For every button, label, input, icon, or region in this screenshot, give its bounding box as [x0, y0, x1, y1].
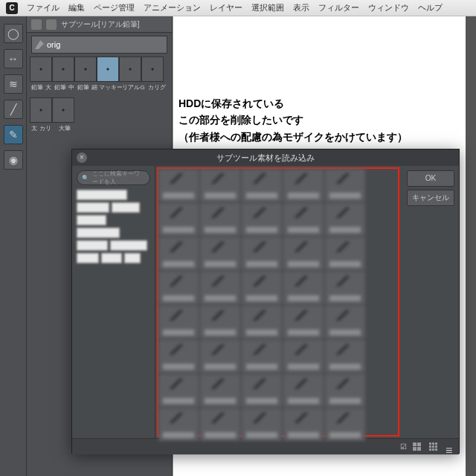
- material-thumb[interactable]: [242, 306, 282, 338]
- menubar: C ファイル 編集 ページ管理 アニメーション レイヤー 選択範囲 表示 フィル…: [0, 0, 476, 16]
- menu-layer[interactable]: レイヤー: [210, 2, 242, 13]
- subtool-labels-2: 太 カリ 大筆: [30, 124, 169, 132]
- tag-item[interactable]: [101, 253, 122, 263]
- material-thumb[interactable]: [283, 374, 324, 407]
- subtool-cell[interactable]: [74, 57, 97, 82]
- subtool-cell[interactable]: [141, 57, 164, 82]
- material-thumb[interactable]: [200, 237, 240, 270]
- subtool-cell[interactable]: [52, 97, 74, 123]
- view-large-icon[interactable]: [413, 443, 423, 451]
- material-thumb[interactable]: [200, 306, 240, 338]
- menu-help[interactable]: ヘルプ: [418, 2, 443, 13]
- tag-item[interactable]: [124, 253, 141, 263]
- search-placeholder: ここに検索キーワードを入: [92, 170, 145, 186]
- tool-brush[interactable]: ╱: [4, 100, 23, 119]
- material-thumb[interactable]: [325, 271, 365, 304]
- material-thumb[interactable]: [200, 340, 240, 373]
- material-thumb[interactable]: [200, 169, 240, 202]
- tool-drop[interactable]: ◉: [4, 150, 23, 170]
- close-icon[interactable]: ×: [77, 152, 87, 163]
- subtool-cell[interactable]: [119, 57, 141, 82]
- tag-item[interactable]: [77, 240, 108, 251]
- tool-lens[interactable]: ◯: [4, 24, 23, 43]
- material-thumb[interactable]: [283, 237, 324, 270]
- tag-item[interactable]: [112, 202, 140, 213]
- menu-window[interactable]: ウィンドウ: [368, 2, 409, 13]
- cancel-button[interactable]: キャンセル: [407, 190, 454, 206]
- material-thumb[interactable]: [283, 271, 324, 304]
- material-thumb[interactable]: [158, 408, 199, 441]
- material-thumb[interactable]: [283, 306, 324, 338]
- material-thumb[interactable]: [158, 374, 199, 407]
- material-thumb[interactable]: [158, 340, 199, 373]
- material-thumb[interactable]: [158, 306, 199, 338]
- material-thumb[interactable]: [283, 169, 324, 202]
- material-thumb[interactable]: [283, 408, 324, 441]
- material-thumb[interactable]: [325, 408, 365, 441]
- annotation-line: この部分を削除したいです: [178, 112, 408, 128]
- menu-file[interactable]: ファイル: [27, 2, 60, 13]
- menu-handle-icon[interactable]: ≡: [446, 444, 451, 450]
- tag-item[interactable]: [77, 253, 99, 263]
- dialog-titlebar[interactable]: × サブツール素材を読み込み: [72, 149, 459, 166]
- menu-edit[interactable]: 編集: [68, 2, 85, 13]
- material-thumb[interactable]: [158, 271, 199, 304]
- material-thumb[interactable]: [242, 271, 282, 304]
- subtool-label: 鉛筆 中: [53, 83, 76, 91]
- subtool-label: 太 カリ: [30, 124, 53, 132]
- material-thumb[interactable]: [200, 203, 240, 236]
- tag-list: [77, 190, 150, 263]
- menu-page[interactable]: ページ管理: [94, 2, 135, 13]
- material-thumb[interactable]: [283, 340, 324, 373]
- material-thumb[interactable]: [325, 169, 365, 202]
- material-thumb[interactable]: [325, 237, 365, 270]
- material-thumb[interactable]: [325, 374, 365, 407]
- menu-animation[interactable]: アニメーション: [144, 2, 201, 13]
- search-input[interactable]: 🔍 ここに検索キーワードを入: [77, 170, 150, 185]
- material-thumb[interactable]: [325, 203, 365, 236]
- material-thumb[interactable]: [242, 169, 282, 202]
- material-thumb[interactable]: [283, 203, 324, 236]
- material-thumb[interactable]: [242, 237, 282, 270]
- material-thumb[interactable]: [325, 306, 365, 338]
- tag-item[interactable]: [77, 190, 127, 200]
- subtool-name-field[interactable]: orig: [31, 36, 167, 54]
- material-thumb[interactable]: [242, 340, 282, 373]
- tool-move[interactable]: ↔: [4, 49, 23, 68]
- tag-item[interactable]: [110, 240, 147, 251]
- material-thumb[interactable]: [200, 408, 240, 441]
- material-thumb[interactable]: [242, 374, 282, 407]
- subtool-label: カリグ: [145, 83, 168, 91]
- tool-pattern[interactable]: ≋: [4, 74, 23, 94]
- subtool-cell[interactable]: [30, 57, 52, 82]
- material-grid[interactable]: [155, 166, 402, 438]
- subtool-cell[interactable]: [52, 57, 74, 82]
- material-thumb[interactable]: [158, 169, 199, 202]
- panel-grip-icon[interactable]: [31, 19, 42, 30]
- material-thumb[interactable]: [325, 340, 365, 373]
- check-icon[interactable]: ☑: [400, 443, 407, 451]
- material-thumb[interactable]: [158, 203, 199, 236]
- ok-button[interactable]: OK: [407, 170, 454, 187]
- scrollbar-vertical[interactable]: [466, 16, 476, 476]
- tool-pen[interactable]: ✎: [4, 125, 23, 144]
- material-thumb[interactable]: [200, 374, 240, 407]
- annotation-line: HDDに保存されている: [178, 95, 408, 112]
- material-thumb[interactable]: [200, 271, 240, 304]
- subtool-label: 鉛筆 大: [30, 83, 53, 91]
- material-thumb[interactable]: [158, 237, 199, 270]
- material-thumb[interactable]: [242, 203, 282, 236]
- menu-selection[interactable]: 選択範囲: [251, 2, 284, 13]
- subtool-labels: 鉛筆 大 鉛筆 中 鉛筆 細 マッキー リアルG カリグ: [30, 83, 169, 91]
- material-thumb[interactable]: [242, 408, 282, 441]
- menu-view[interactable]: 表示: [293, 2, 309, 13]
- tag-item[interactable]: [77, 228, 120, 238]
- subtool-cell[interactable]: [30, 97, 52, 123]
- tool-strip: ◯ ↔ ≋ ╱ ✎ ◉: [0, 16, 27, 476]
- app-logo: C: [6, 2, 18, 14]
- tag-item[interactable]: [77, 202, 109, 213]
- menu-filter[interactable]: フィルター: [318, 2, 359, 13]
- view-small-icon[interactable]: [429, 443, 440, 451]
- subtool-cell[interactable]: [97, 57, 119, 82]
- tag-item[interactable]: [77, 215, 106, 225]
